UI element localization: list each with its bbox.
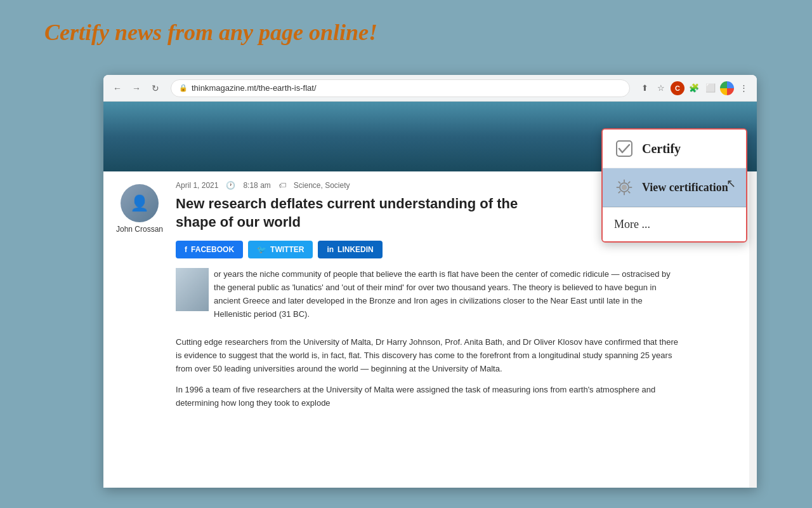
twitter-label: TWITTER: [270, 245, 304, 254]
view-certification-label: View certification: [642, 181, 728, 194]
certification-badge-icon: [614, 177, 634, 197]
svg-line-10: [619, 191, 620, 193]
article-tags: Science, Society: [294, 181, 350, 190]
svg-line-7: [619, 182, 620, 184]
linkedin-button[interactable]: in LINKEDIN: [318, 241, 382, 258]
article-title: New research deflates current understand…: [176, 195, 544, 231]
article-layout: 👤 John Crossan April 1, 2021 🕐 8:18 am 🏷…: [116, 181, 681, 417]
back-icon: ←: [113, 83, 122, 93]
avatar: 👤: [121, 184, 159, 222]
twitter-icon: 🐦: [257, 245, 266, 254]
svg-line-8: [628, 191, 630, 193]
forward-button[interactable]: →: [129, 81, 144, 96]
bookmark-button[interactable]: ☆: [654, 81, 668, 95]
more-button[interactable]: More ...: [603, 208, 746, 241]
article-paragraph-1: or years the niche community of people t…: [176, 268, 681, 321]
browser-actions: ⬆ ☆ C 🧩 ⬜ ⋮: [638, 81, 750, 95]
puzzle-icon[interactable]: 🧩: [687, 81, 701, 95]
article-paragraph-3: In 1996 a team of five researchers at th…: [176, 384, 681, 410]
refresh-button[interactable]: ↻: [148, 81, 163, 96]
url-text: thinkmagazine.mt/the-earth-is-flat/: [192, 83, 317, 93]
menu-button[interactable]: ⋮: [737, 81, 750, 95]
certify-extension-icon[interactable]: C: [671, 81, 684, 95]
facebook-button[interactable]: f FACEBOOK: [176, 241, 243, 258]
page-title: Certify news from any page online!: [44, 19, 377, 46]
certify-header: Certify: [603, 130, 746, 168]
share-button[interactable]: ⬆: [638, 81, 652, 95]
article-intro: or years the niche community of people t…: [176, 268, 681, 328]
browser-window: ← → ↻ 🔒 thinkmagazine.mt/the-earth-is-fl…: [103, 75, 757, 488]
drop-cap-image: [176, 268, 209, 311]
linkedin-icon: in: [327, 245, 334, 254]
certify-checkmark-icon: [615, 140, 633, 157]
facebook-label: FACEBOOK: [191, 245, 234, 254]
browser-content: 👤 John Crossan April 1, 2021 🕐 8:18 am 🏷…: [103, 102, 757, 488]
author-column: 👤 John Crossan: [116, 181, 163, 417]
svg-line-9: [628, 182, 630, 184]
forward-icon: →: [132, 83, 141, 93]
svg-point-2: [622, 185, 627, 190]
chrome-user-icon[interactable]: [720, 81, 734, 95]
article-paragraph-2: Cutting edge researchers from the Univer…: [176, 336, 681, 375]
refresh-icon: ↻: [152, 83, 159, 93]
linkedin-label: LINKEDIN: [337, 245, 374, 254]
gear-badge-icon: [615, 178, 633, 196]
certify-title: Certify: [642, 142, 681, 156]
back-button[interactable]: ←: [110, 81, 125, 96]
lock-icon: 🔒: [179, 84, 188, 92]
facebook-icon: f: [185, 245, 187, 254]
social-buttons: f FACEBOOK 🐦 TWITTER in LINKEDIN: [176, 241, 681, 258]
view-certification-button[interactable]: View certification: [603, 168, 746, 207]
certify-popup: Certify: [601, 128, 747, 243]
article-date: April 1, 2021: [176, 181, 218, 190]
twitter-button[interactable]: 🐦 TWITTER: [248, 241, 313, 258]
window-button[interactable]: ⬜: [704, 81, 717, 95]
author-name: John Crossan: [116, 225, 163, 234]
mouse-cursor-icon: ↖: [726, 177, 736, 190]
address-bar[interactable]: 🔒 thinkmagazine.mt/the-earth-is-flat/: [171, 79, 630, 97]
certify-logo: [614, 138, 634, 159]
browser-chrome: ← → ↻ 🔒 thinkmagazine.mt/the-earth-is-fl…: [103, 75, 757, 102]
article-time: 8:18 am: [243, 181, 270, 190]
